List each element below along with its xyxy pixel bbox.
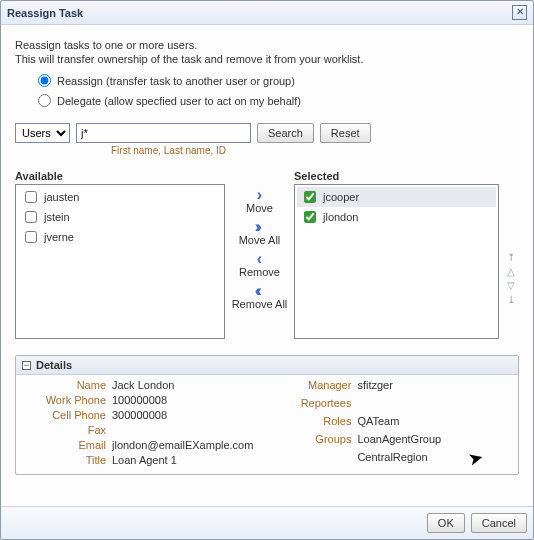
picker: Available jausten jstein jverne ›Move ››…: [15, 170, 519, 339]
fax-label: Fax: [26, 424, 106, 436]
delegate-label: Delegate (allow specfied user to act on …: [57, 95, 301, 107]
item-label: jverne: [44, 231, 74, 243]
reorder-controls: ⤒ △ ▽ ⤓: [503, 184, 519, 339]
selected-label: Selected: [294, 170, 519, 182]
roles-label: Roles: [281, 415, 351, 430]
item-checkbox[interactable]: [25, 211, 37, 223]
dialog-title: Reassign Task: [7, 7, 83, 19]
chevron-double-right-icon: ››: [256, 220, 262, 234]
cancel-button[interactable]: Cancel: [471, 513, 527, 533]
ok-button[interactable]: OK: [427, 513, 465, 533]
delegate-radio[interactable]: [38, 94, 51, 107]
collapse-icon[interactable]: −: [22, 361, 31, 370]
item-label: jlondon: [323, 211, 358, 223]
details-right-col: Managersfitzger Reportees RolesQATeam Gr…: [281, 379, 441, 466]
manager-value: sfitzger: [357, 379, 441, 394]
chevron-right-icon: ›: [257, 188, 262, 202]
details-title: Details: [36, 359, 72, 371]
move-up-icon[interactable]: △: [507, 267, 515, 277]
option-delegate[interactable]: Delegate (allow specfied user to act on …: [15, 91, 519, 107]
reportees-value: [357, 397, 441, 412]
selected-col: Selected jcooper jlondon ⤒ △ ▽ ⤓: [294, 170, 519, 339]
remove-button[interactable]: ‹Remove: [239, 252, 280, 278]
available-list[interactable]: jausten jstein jverne: [15, 184, 225, 339]
reset-button[interactable]: Reset: [320, 123, 371, 143]
list-item[interactable]: jstein: [18, 207, 222, 227]
details-header[interactable]: − Details: [16, 356, 518, 375]
reassign-radio[interactable]: [38, 74, 51, 87]
search-button[interactable]: Search: [257, 123, 314, 143]
item-checkbox[interactable]: [304, 211, 316, 223]
move-bottom-icon[interactable]: ⤓: [507, 295, 515, 305]
item-checkbox[interactable]: [304, 191, 316, 203]
item-label: jcooper: [323, 191, 359, 203]
item-label: jstein: [44, 211, 70, 223]
name-label: Name: [26, 379, 106, 391]
reassign-task-dialog: Reassign Task ✕ Reassign tasks to one or…: [0, 0, 534, 540]
remove-all-button[interactable]: ‹‹Remove All: [232, 284, 288, 310]
list-item[interactable]: jlondon: [297, 207, 496, 227]
move-top-icon[interactable]: ⤒: [507, 253, 515, 263]
move-button[interactable]: ›Move: [246, 188, 273, 214]
scope-select[interactable]: Users: [15, 123, 70, 143]
item-label: jausten: [44, 191, 79, 203]
list-item[interactable]: jcooper: [297, 187, 496, 207]
selected-list[interactable]: jcooper jlondon: [294, 184, 499, 339]
search-row: Users Search Reset: [15, 123, 519, 143]
dialog-footer: OK Cancel: [1, 506, 533, 539]
name-value: Jack London: [112, 379, 253, 391]
groups-value-2: CentralRegion: [357, 451, 441, 466]
intro-line-1: Reassign tasks to one or more users.: [15, 39, 519, 51]
email-label: Email: [26, 439, 106, 451]
reassign-label: Reassign (transfer task to another user …: [57, 75, 295, 87]
details-panel: − Details NameJack London Work Phone1000…: [15, 355, 519, 475]
groups-value-1: LoanAgentGroup: [357, 433, 441, 448]
search-input[interactable]: [76, 123, 251, 143]
intro-line-2: This will transfer ownership of the task…: [15, 53, 519, 65]
email-value: jlondon@emailEXample.com: [112, 439, 253, 451]
workphone-label: Work Phone: [26, 394, 106, 406]
title-value: Loan Agent 1: [112, 454, 253, 466]
available-label: Available: [15, 170, 225, 182]
list-item[interactable]: jausten: [18, 187, 222, 207]
roles-value: QATeam: [357, 415, 441, 430]
move-all-button[interactable]: ››Move All: [239, 220, 281, 246]
chevron-left-icon: ‹: [257, 252, 262, 266]
option-reassign[interactable]: Reassign (transfer task to another user …: [15, 71, 519, 87]
title-label: Title: [26, 454, 106, 466]
cellphone-label: Cell Phone: [26, 409, 106, 421]
fax-value: [112, 424, 253, 436]
item-checkbox[interactable]: [25, 231, 37, 243]
close-icon[interactable]: ✕: [512, 5, 527, 20]
search-hint: First name, Last name, ID: [15, 145, 519, 156]
list-item[interactable]: jverne: [18, 227, 222, 247]
reportees-label: Reportees: [281, 397, 351, 412]
shuttle-controls: ›Move ››Move All ‹Remove ‹‹Remove All: [225, 170, 294, 339]
available-col: Available jausten jstein jverne: [15, 170, 225, 339]
details-left-col: NameJack London Work Phone100000008 Cell…: [26, 379, 253, 466]
cellphone-value: 300000008: [112, 409, 253, 421]
manager-label: Manager: [281, 379, 351, 394]
item-checkbox[interactable]: [25, 191, 37, 203]
dialog-body: Reassign tasks to one or more users. Thi…: [1, 25, 533, 506]
move-down-icon[interactable]: ▽: [507, 281, 515, 291]
workphone-value: 100000008: [112, 394, 253, 406]
details-grid: NameJack London Work Phone100000008 Cell…: [16, 375, 518, 474]
chevron-double-left-icon: ‹‹: [256, 284, 262, 298]
title-bar: Reassign Task ✕: [1, 1, 533, 25]
groups-label: Groups: [281, 433, 351, 448]
